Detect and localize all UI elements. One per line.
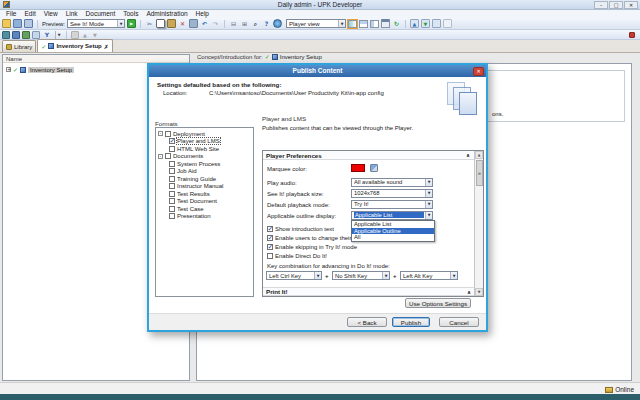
open-folder-icon[interactable]	[2, 19, 11, 28]
play-audio-combo[interactable]: All available sound ▼	[351, 178, 433, 187]
fill-color-icon[interactable]	[370, 164, 378, 172]
enable-direct-doit-checkbox-row[interactable]: Enable Direct Do It!	[267, 253, 327, 259]
preview-toggle-icon[interactable]	[24, 19, 33, 28]
link-icon[interactable]	[71, 31, 79, 39]
collapse-section-icon[interactable]: ∧	[466, 152, 470, 158]
chevron-down-icon[interactable]: ▼	[425, 201, 432, 208]
show-introduction-checkbox-row[interactable]: Show introduction text	[267, 226, 334, 232]
playback-mode-combo[interactable]: Try It! ▼	[351, 200, 433, 209]
scroll-down-icon[interactable]: ▼	[475, 288, 483, 296]
format-node-test-document[interactable]: Test Document	[156, 198, 253, 206]
menu-help[interactable]: Help	[192, 10, 213, 18]
format-node-test-case[interactable]: Test Case	[156, 205, 253, 213]
menu-link[interactable]: Link	[62, 10, 82, 18]
chevron-down-icon[interactable]: ▼	[425, 190, 432, 197]
chevron-down-icon[interactable]: ▼	[314, 272, 321, 279]
expander-icon[interactable]: -	[158, 131, 163, 136]
menu-administration[interactable]: Administration	[142, 10, 191, 18]
format-checkbox[interactable]	[169, 176, 175, 182]
paste-icon[interactable]	[167, 19, 176, 28]
format-checkbox[interactable]	[169, 213, 175, 219]
format-checkbox[interactable]	[169, 198, 175, 204]
format-checkbox[interactable]	[169, 146, 175, 152]
menu-file[interactable]: File	[2, 10, 20, 18]
move-up-icon[interactable]: ▲	[81, 31, 89, 39]
format-node-job-aid[interactable]: Job Aid	[156, 168, 253, 176]
menu-tools[interactable]: Tools	[119, 10, 142, 18]
chevron-down-icon[interactable]: ▼	[117, 20, 124, 27]
format-checkbox[interactable]	[169, 191, 175, 197]
publish-button[interactable]: Publish	[392, 317, 430, 327]
tab-close-icon[interactable]: ✗	[104, 43, 109, 50]
menu-document[interactable]: Document	[82, 10, 120, 18]
format-checkbox[interactable]	[169, 183, 175, 189]
format-node-instructor-manual[interactable]: Instructor Manual	[156, 183, 253, 191]
format-label[interactable]: Instructor Manual	[177, 183, 223, 189]
format-label[interactable]: HTML Web Site	[177, 146, 219, 152]
copy-icon[interactable]	[156, 19, 165, 28]
expand-all-icon[interactable]: ⊞	[240, 19, 249, 28]
tab-inventory-setup[interactable]: ✓ Inventory Setup ✗	[37, 39, 112, 52]
notification-icon[interactable]	[629, 32, 635, 38]
maximize-button[interactable]: □	[609, 1, 623, 9]
publish-icon[interactable]	[2, 31, 10, 39]
cut-icon[interactable]: ✂	[145, 19, 154, 28]
collapse-section-icon[interactable]: ∧	[467, 289, 471, 295]
format-label[interactable]: Test Results	[177, 191, 210, 197]
format-label[interactable]: Job Aid	[177, 168, 197, 174]
format-node-documents[interactable]: - Documents	[156, 153, 253, 161]
preferences-scrollbar[interactable]: ▲ ≡ ▼	[474, 151, 483, 296]
ctrl-key-combo[interactable]: Left Ctrl Key ▼	[266, 271, 322, 280]
close-button[interactable]: ✕	[624, 1, 638, 9]
player-preferences-header[interactable]: Player Preferences ∧	[263, 151, 483, 160]
format-label[interactable]: System Process	[177, 161, 220, 167]
scrollbar-thumb[interactable]: ≡	[476, 160, 483, 186]
export-icon[interactable]	[22, 31, 30, 39]
checkbox-checked[interactable]	[267, 235, 273, 241]
scroll-up-icon[interactable]: ▲	[475, 151, 483, 159]
layout-rows-icon[interactable]	[359, 20, 368, 28]
format-node-test-results[interactable]: Test Results	[156, 190, 253, 198]
globe-icon[interactable]	[273, 19, 282, 28]
format-label[interactable]: Test Case	[177, 206, 204, 212]
chevron-down-icon[interactable]: ▼	[450, 272, 457, 279]
preview-mode-combo[interactable]: See It! Mode ▼	[67, 19, 125, 28]
view-combo[interactable]: Player view ▼	[286, 19, 346, 28]
format-node-player-lms[interactable]: Player and LMS	[156, 138, 253, 146]
use-options-settings-button[interactable]: Use Options Settings	[405, 298, 471, 308]
dropdown-option-all[interactable]: All	[352, 234, 434, 241]
format-checkbox[interactable]	[169, 168, 175, 174]
format-node-html-web-site[interactable]: HTML Web Site	[156, 145, 253, 153]
save-icon[interactable]	[13, 19, 22, 28]
get-latest-icon[interactable]	[432, 19, 441, 28]
shift-key-combo[interactable]: No Shift Key ▼	[332, 271, 390, 280]
chevron-down-icon[interactable]: ▼	[382, 272, 389, 279]
format-checkbox[interactable]	[169, 206, 175, 212]
check-out-icon[interactable]: ▼	[421, 19, 430, 28]
properties-icon[interactable]	[189, 19, 198, 28]
format-checkbox-checked[interactable]	[169, 138, 175, 144]
tab-library[interactable]: Library	[2, 40, 36, 52]
delete-icon[interactable]: ✕	[178, 19, 187, 28]
undo-icon[interactable]: ↶	[200, 19, 209, 28]
checkbox-checked[interactable]	[267, 244, 273, 250]
find-icon[interactable]: ⌕	[251, 19, 260, 28]
layout-single-icon[interactable]	[370, 20, 379, 28]
expander-icon[interactable]: -	[158, 154, 163, 159]
outline-display-combo[interactable]: Applicable List ▼	[351, 211, 433, 220]
check-in-icon[interactable]: ▲	[410, 19, 419, 28]
checkbox-checked[interactable]	[267, 226, 273, 232]
package-icon[interactable]	[12, 31, 20, 39]
format-label[interactable]: Test Document	[177, 198, 217, 204]
collapse-all-icon[interactable]: ⊟	[229, 19, 238, 28]
format-label[interactable]: Documents	[173, 153, 203, 159]
expander-icon[interactable]: +	[6, 67, 11, 72]
chevron-down-icon[interactable]: ▼	[338, 20, 345, 27]
format-node-presentation[interactable]: Presentation	[156, 213, 253, 221]
menu-edit[interactable]: Edit	[20, 10, 39, 18]
move-down-icon[interactable]: ▼	[91, 31, 99, 39]
name-column-header[interactable]: Name	[3, 55, 189, 63]
format-checkbox[interactable]	[165, 153, 171, 159]
format-node-system-process[interactable]: System Process	[156, 160, 253, 168]
playback-size-combo[interactable]: 1024x768 ▼	[351, 189, 433, 198]
